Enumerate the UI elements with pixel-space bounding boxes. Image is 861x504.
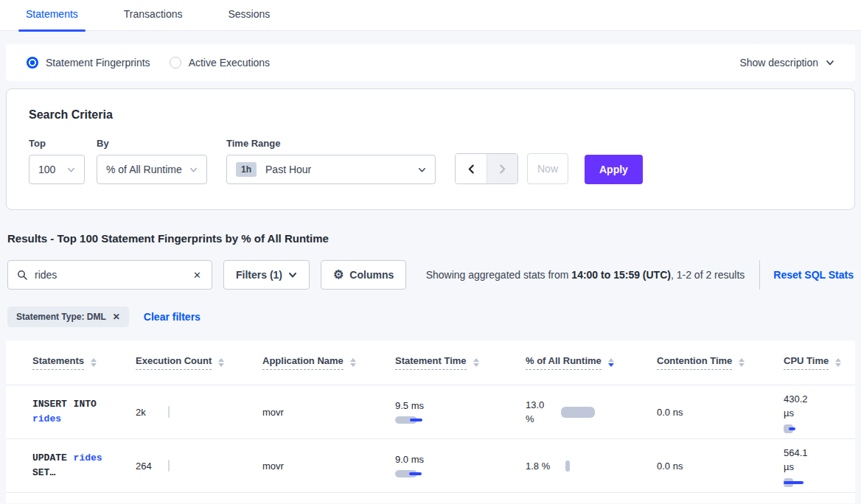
statement-time-cell: 9.5 ms (395, 400, 526, 424)
filter-pill-statement-type[interactable]: Statement Type: DML ✕ (7, 307, 129, 327)
results-heading: Results - Top 100 Statement Fingerprints… (7, 232, 854, 245)
chevron-right-icon (498, 164, 507, 174)
showing-range: 14:00 to 15:59 (UTC) (571, 269, 671, 281)
top-select-value: 100 (38, 164, 55, 175)
contention-time-cell: 0.0 ns (657, 461, 784, 472)
statement-search-box[interactable]: ✕ (7, 260, 212, 290)
runtime-pct-cell: 1.8 % (526, 459, 657, 473)
column-header-runtime-pct[interactable]: % of All Runtime (526, 355, 657, 370)
search-icon (17, 270, 27, 280)
gear-icon: ⚙ (333, 269, 344, 281)
previous-time-button[interactable] (456, 154, 487, 183)
applied-filters-row: Statement Type: DML ✕ Clear filters (7, 307, 854, 327)
statement-link[interactable]: rides (74, 452, 102, 463)
chevron-down-icon (418, 166, 426, 174)
time-range-label: Time Range (226, 138, 436, 149)
remove-filter-icon[interactable]: ✕ (113, 312, 120, 322)
filters-label: Filters (1) (236, 269, 282, 281)
time-range-select[interactable]: 1h Past Hour (226, 155, 436, 184)
radio-selected-icon (27, 57, 38, 69)
by-select[interactable]: % of All Runtime (97, 155, 207, 184)
time-range-badge: 1h (236, 162, 257, 177)
chevron-down-icon (826, 58, 834, 67)
table-row[interactable]: INSERT INTO rides 2k movr 9.5 ms 13.0 % … (6, 385, 855, 438)
apply-button[interactable]: Apply (585, 155, 643, 184)
sort-icon[interactable] (91, 358, 97, 367)
statement-cell: INSERT INTO rides (32, 397, 122, 427)
time-range-field: Time Range 1h Past Hour (226, 138, 436, 184)
contention-time-cell: 0.0 ns (657, 407, 784, 418)
table-bottom-divider (6, 492, 855, 493)
column-header-contention-time[interactable]: Contention Time (657, 355, 784, 370)
tab-transactions[interactable]: Transactions (116, 8, 190, 30)
top-tab-bar: Statements Transactions Sessions (0, 0, 861, 31)
time-nav-group (455, 153, 518, 184)
reset-sql-stats-link[interactable]: Reset SQL Stats (773, 269, 854, 281)
columns-button[interactable]: ⚙ Columns (321, 260, 406, 290)
toolbar-divider (759, 260, 760, 290)
showing-stats-text: Showing aggregated stats from 14:00 to 1… (426, 269, 745, 281)
search-criteria-title: Search Criteria (29, 108, 832, 122)
statement-cell: UPDATE rides SET… (32, 451, 122, 480)
time-range-value: Past Hour (265, 164, 311, 175)
runtime-pct-bar (561, 407, 595, 418)
clear-filters-link[interactable]: Clear filters (144, 311, 201, 323)
filter-pill-label: Statement Type: DML (16, 312, 106, 322)
statement-time-bar (395, 416, 428, 424)
chevron-down-icon (67, 166, 75, 174)
now-button[interactable]: Now (527, 153, 568, 184)
tab-statements[interactable]: Statements (18, 8, 86, 30)
sort-icon-active-desc[interactable] (608, 358, 614, 367)
statement-link[interactable]: rides (32, 413, 61, 424)
sort-icon[interactable] (473, 358, 479, 367)
column-header-application-name[interactable]: Application Name (262, 355, 395, 370)
filters-button[interactable]: Filters (1) (223, 260, 310, 290)
column-header-execution-count[interactable]: Execution Count (136, 355, 262, 370)
by-label: By (97, 138, 207, 149)
radio-label: Active Executions (189, 57, 271, 69)
chevron-left-icon (467, 164, 476, 174)
execution-count-cell: 2k (136, 406, 262, 418)
by-select-value: % of All Runtime (106, 164, 182, 175)
runtime-pct-bar (565, 461, 570, 472)
next-time-button[interactable] (487, 154, 517, 183)
top-select[interactable]: 100 (29, 155, 85, 184)
sort-icon[interactable] (350, 358, 356, 367)
view-mode-bar: Statement Fingerprints Active Executions… (6, 44, 855, 81)
clear-search-icon[interactable]: ✕ (192, 270, 203, 281)
sort-icon[interactable] (218, 358, 224, 367)
table-row[interactable]: UPDATE rides SET… 264 movr 9.0 ms 1.8 % … (6, 438, 855, 492)
sort-icon[interactable] (835, 358, 841, 367)
tab-sessions[interactable]: Sessions (220, 8, 277, 30)
show-description-toggle[interactable]: Show description (739, 57, 834, 69)
execution-count-bar (168, 460, 170, 472)
column-header-statement-time[interactable]: Statement Time (395, 355, 526, 370)
cpu-time-cell: 564.1 µs (784, 446, 855, 486)
cpu-time-bar (784, 477, 806, 486)
sort-icon[interactable] (739, 358, 745, 367)
columns-label: Columns (349, 269, 394, 281)
radio-active-executions[interactable]: Active Executions (170, 57, 271, 69)
application-name-cell: movr (262, 461, 395, 472)
top-field: Top 100 (29, 138, 85, 184)
execution-count-bar (168, 406, 170, 418)
application-name-cell: movr (262, 407, 395, 418)
search-input[interactable] (35, 269, 192, 281)
column-header-statements[interactable]: Statements (32, 355, 136, 370)
radio-statement-fingerprints[interactable]: Statement Fingerprints (27, 57, 150, 69)
results-toolbar: ✕ Filters (1) ⚙ Columns Showing aggregat… (7, 259, 854, 290)
radio-label: Statement Fingerprints (46, 57, 150, 69)
column-header-cpu-time[interactable]: CPU Time (784, 355, 855, 370)
cpu-time-bar (784, 424, 806, 433)
runtime-pct-cell: 13.0 % (526, 398, 657, 426)
chevron-down-icon (189, 166, 198, 174)
cpu-time-cell: 430.2 µs (784, 392, 855, 433)
show-description-label: Show description (739, 57, 818, 69)
by-field: By % of All Runtime (97, 138, 207, 184)
statements-table: Statements Execution Count Application N… (6, 340, 855, 503)
top-label: Top (29, 138, 85, 149)
chevron-down-icon (288, 270, 297, 279)
search-criteria-panel: Search Criteria Top 100 By % of All Runt… (6, 88, 855, 210)
execution-count-cell: 264 (136, 460, 262, 472)
statement-time-bar (395, 469, 428, 478)
